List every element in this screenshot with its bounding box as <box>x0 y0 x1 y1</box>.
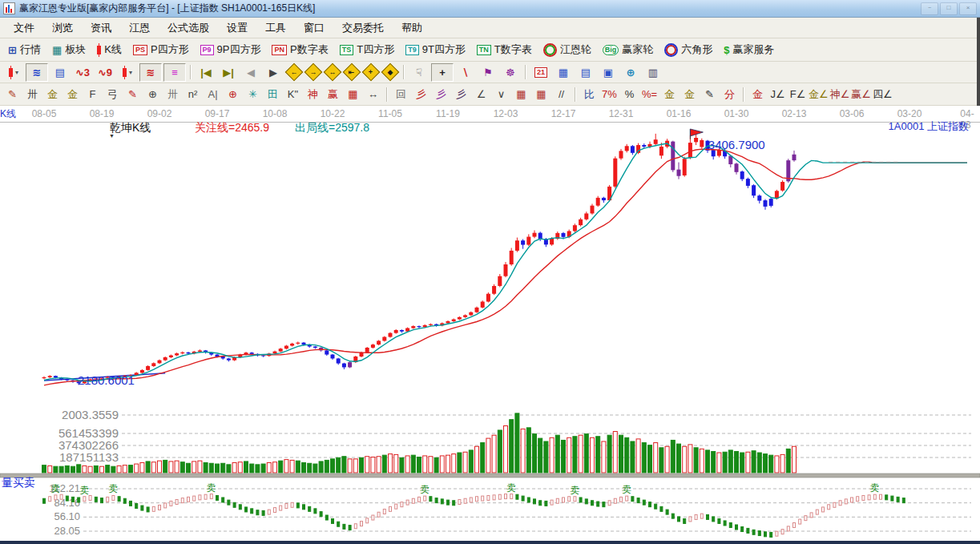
menu-item-settings[interactable]: 设置 <box>218 18 256 38</box>
hatch-grid-button[interactable]: 卅 <box>23 86 42 103</box>
toolbar-button-kline[interactable]: K线 <box>91 41 127 58</box>
indicator-title[interactable]: 乾坤K线 <box>110 121 151 135</box>
toolbar-button-t-square[interactable]: TST四方形 <box>334 41 400 58</box>
indicator-dropdown-caret[interactable]: ▼ <box>109 133 115 139</box>
toolbar-button-t-number-table[interactable]: TNT数字表 <box>471 41 538 58</box>
shen-angle-button[interactable]: 神∠ <box>830 86 850 103</box>
brush-tool-button[interactable]: ✎ <box>3 86 22 103</box>
pattern-red-button[interactable]: ≋ <box>139 63 162 82</box>
go-last-button[interactable]: ▶| <box>218 64 239 81</box>
volume-profile-button[interactable]: ≡ <box>163 63 186 82</box>
gold-underline-button[interactable]: 金 <box>748 86 767 103</box>
toolbar-button-hexagon[interactable]: 六角形 <box>659 41 718 58</box>
gann-web-button[interactable]: ✳ <box>244 86 262 103</box>
price-grid-arrow-button[interactable]: ▦ <box>532 86 550 103</box>
toolbar-button-gann-wheel[interactable]: 江恩轮 <box>538 41 597 58</box>
k-note-button[interactable]: K" <box>284 86 302 103</box>
fan-box-dark-button[interactable]: 彡 <box>452 86 470 103</box>
split-wave-button[interactable]: 分 <box>720 86 739 103</box>
calendar-button[interactable]: 21 <box>530 64 551 81</box>
wave-3-day-button[interactable]: ∿3 <box>72 64 93 81</box>
shift-right-button[interactable]: → <box>304 63 323 82</box>
shen-tool-button[interactable]: 神 <box>304 86 322 103</box>
toolbar-button-9t-square[interactable]: T99T四方形 <box>400 41 471 58</box>
candle-style-dropdown-button[interactable]: ▾ <box>3 64 24 81</box>
remote-pc-button[interactable]: ▥ <box>643 64 663 81</box>
gold-circle-button[interactable]: 金 <box>660 86 679 103</box>
save-disk-button[interactable]: ▣ <box>598 64 619 81</box>
fib-grid-button[interactable]: F <box>83 86 102 103</box>
ying-angle-button[interactable]: 赢∠ <box>851 86 871 103</box>
toolbar-button-winner-wheel[interactable]: Big赢家轮 <box>597 41 659 58</box>
compress-view-button[interactable]: ⇤ <box>343 63 361 82</box>
f-angle-button[interactable]: F∠ <box>788 86 807 103</box>
web-link-button[interactable]: ⊕ <box>620 64 641 81</box>
reset-view-button[interactable]: ◆ <box>381 63 400 82</box>
menu-item-trade-order[interactable]: 交易委托 <box>333 18 393 38</box>
polyline-tool-button[interactable]: ∖ <box>455 64 476 81</box>
frame-box-button[interactable]: 回 <box>392 86 410 103</box>
notes-button[interactable]: ▤ <box>575 64 596 81</box>
gold-angle-button[interactable]: 金∠ <box>809 86 829 103</box>
angle-fan-button[interactable]: ∠ <box>472 86 490 103</box>
toolbar-button-p-square[interactable]: PSP四方形 <box>127 41 195 58</box>
calculator-button[interactable]: ▦ <box>553 64 574 81</box>
menu-item-file[interactable]: 文件 <box>5 18 43 38</box>
chart-canvas[interactable]: 2003.3559561453399374302266187151133112.… <box>0 119 980 544</box>
spiral-tool-button[interactable]: 弓 <box>103 86 122 103</box>
slash-lines-button[interactable]: // <box>552 86 571 103</box>
menu-item-window[interactable]: 窗口 <box>295 18 333 38</box>
go-next-button[interactable]: ▶ <box>263 64 284 81</box>
price-grid-button[interactable]: ▦ <box>512 86 530 103</box>
gold-gann-1-button[interactable]: 金 <box>43 86 62 103</box>
drag-hand-button[interactable]: ☟ <box>409 64 430 81</box>
percent-button[interactable]: % <box>620 86 639 103</box>
menu-item-news[interactable]: 资讯 <box>82 18 120 38</box>
circle-cycle-button[interactable]: ⊕ <box>143 86 162 103</box>
hatch-grid-2-button[interactable]: 卅 <box>163 86 182 103</box>
seven-percent-button[interactable]: 7% <box>600 86 619 103</box>
wave-9-day-button[interactable]: ∿9 <box>95 64 115 81</box>
angle-pen-button[interactable]: ✎ <box>123 86 142 103</box>
pattern-blue-button[interactable]: ≋ <box>26 63 48 82</box>
fan-lines-red-button[interactable]: 彡 <box>412 86 430 103</box>
menu-item-gann[interactable]: 江恩 <box>120 18 159 38</box>
fan-box-purple-button[interactable]: 彡 <box>432 86 450 103</box>
menu-item-tools[interactable]: 工具 <box>256 18 295 38</box>
four-angle-button[interactable]: 四∠ <box>873 86 893 103</box>
n-square-button[interactable]: n² <box>183 86 202 103</box>
web-grid-button[interactable]: 田 <box>264 86 282 103</box>
pattern-web-button[interactable]: ☸ <box>500 64 521 81</box>
j-angle-button[interactable]: J∠ <box>768 86 787 103</box>
close-button[interactable]: × <box>959 2 977 15</box>
volume-indicator-name[interactable]: 量买卖 <box>2 476 35 490</box>
span-arrows-button[interactable]: ↔ <box>364 86 382 103</box>
ink-brush-button[interactable]: ✎ <box>700 86 719 103</box>
pane-splitter[interactable] <box>0 473 980 478</box>
toolbar-button-quotes[interactable]: ⊞行情 <box>2 41 46 58</box>
crosshair-button[interactable]: + <box>431 63 454 82</box>
toolbar-button-9p-square[interactable]: P99P四方形 <box>195 41 267 58</box>
mirror-angle-button[interactable]: A| <box>204 86 222 103</box>
go-prev-button[interactable]: ◀ <box>240 64 261 81</box>
toolbar-button-winner-service[interactable]: $赢家服务 <box>718 41 780 58</box>
vee-tool-button[interactable]: ∨ <box>492 86 510 103</box>
target-circle-button[interactable]: ⊕ <box>224 86 242 103</box>
minimize-button[interactable]: － <box>921 2 938 15</box>
scale-tool-button[interactable]: 比 <box>580 86 599 103</box>
count-grid-button[interactable]: ▦ <box>344 86 362 103</box>
gold-gann-2-button[interactable]: 金 <box>63 86 82 103</box>
ying-tool-button[interactable]: 赢 <box>324 86 342 103</box>
toolbar-button-sectors[interactable]: ▦板块 <box>46 41 91 58</box>
menu-item-browse[interactable]: 浏览 <box>43 18 82 38</box>
gold-lines-button[interactable]: 金 <box>680 86 699 103</box>
maximize-button[interactable]: □ <box>940 2 958 15</box>
zoom-horizontal-button[interactable]: ↔ <box>324 63 342 82</box>
percent-lines-button[interactable]: %= <box>640 86 659 103</box>
go-first-button[interactable]: |◀ <box>196 64 216 81</box>
toolbar-button-p-number-table[interactable]: PNP数字表 <box>266 41 333 58</box>
shift-left-button[interactable]: ← <box>285 63 304 82</box>
expand-view-button[interactable]: + <box>362 63 381 82</box>
menu-item-help[interactable]: 帮助 <box>393 18 431 38</box>
info-panel-button[interactable]: ▤ <box>50 64 71 81</box>
